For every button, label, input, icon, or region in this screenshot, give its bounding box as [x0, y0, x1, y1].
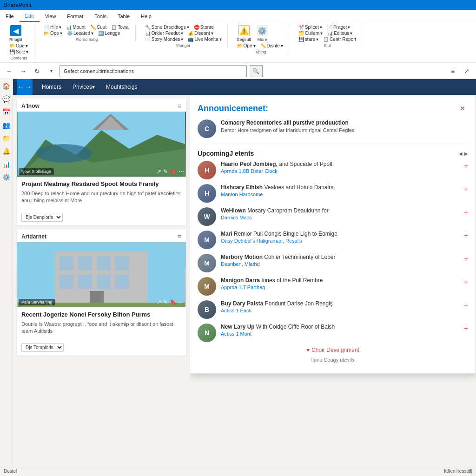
- share-icon[interactable]: ↗: [157, 168, 161, 175]
- event-content-5: Manigon Darra Iones of the Pull Rembre A…: [221, 277, 459, 290]
- ribbon-btn-sone[interactable]: 🔧 Sone Drecidtogs▾: [143, 24, 191, 30]
- ribbon-btn-mount[interactable]: 📊 Mount: [64, 24, 87, 30]
- ribbon-btn-disnte[interactable]: 📏 Disnte▾: [258, 43, 285, 49]
- avatar-img-1: C: [198, 119, 216, 138]
- ribbon-btn-splicet[interactable]: ✂️ Splicet▾: [297, 24, 324, 30]
- sidebar-icon-notifications[interactable]: 🔔: [1, 146, 12, 156]
- tab-help[interactable]: Help: [135, 10, 157, 22]
- event-date-4[interactable]: Deanben, Mlathd: [221, 261, 459, 267]
- heart-icon: ♥: [306, 347, 310, 353]
- event-avatar-7: N: [198, 324, 216, 342]
- expand-button[interactable]: ⤢: [461, 66, 472, 77]
- sidebar-icon-home[interactable]: 🏠: [1, 81, 12, 91]
- event-name-0: Haario Peol Jombieg, and Spucade of Ppol…: [221, 161, 459, 167]
- prev-ctrl[interactable]: ◀: [459, 151, 463, 156]
- tab-format[interactable]: Format: [61, 10, 89, 22]
- ribbon-btn-orkier[interactable]: 📊 Orkier Feedut▾: [143, 30, 185, 36]
- settings-button[interactable]: ≡: [447, 66, 458, 77]
- next-ctrl[interactable]: ▶: [464, 151, 468, 156]
- ribbon-btn-praget[interactable]: 📄 Praget▾: [325, 24, 352, 30]
- ribbon-btn-editous[interactable]: 📊 Editous▾: [325, 30, 354, 36]
- event-date-2[interactable]: Darnics Macs: [221, 215, 459, 220]
- sidebar-icon-settings[interactable]: ⚙️: [1, 172, 12, 182]
- tab-view[interactable]: View: [40, 10, 62, 22]
- ribbon-btn-main[interactable]: ◀ Rnaglit: [7, 24, 24, 43]
- event-date-0[interactable]: Aprnda 1.8B Detar Clock: [221, 168, 459, 174]
- footer-link[interactable]: ♥ Choir Develgnment: [198, 347, 468, 353]
- event-avatar-1: H: [198, 184, 216, 203]
- ribbon-btn-live[interactable]: 📺 Live Monita▾: [186, 36, 223, 42]
- sidebar-icon-people[interactable]: 👥: [1, 120, 12, 130]
- ribbon-btn-segeult[interactable]: ⚠️ Segeult: [235, 24, 253, 43]
- tab-file[interactable]: File: [0, 10, 20, 22]
- event-add-6[interactable]: +: [464, 301, 468, 310]
- main-layout: 🏠 💬 📅 👥 📁 🔔 📊 ⚙️ ←→ Homers Privices ▾: [0, 79, 476, 476]
- ribbon-btn-more[interactable]: ⚙️ More: [254, 24, 271, 43]
- ribbon-btn-ope[interactable]: 📂 Ope▾: [7, 43, 30, 49]
- ribbon-btn-leeated[interactable]: ⚙️ Leeated▾: [65, 30, 95, 36]
- sidebar-icon-files[interactable]: 📁: [1, 133, 12, 143]
- ribbon-btn-cuut[interactable]: ✏️ Cuut: [88, 24, 108, 30]
- share-icon-2[interactable]: ↗: [157, 299, 161, 305]
- back-button[interactable]: ←: [4, 66, 15, 77]
- refresh-button[interactable]: ↻: [32, 66, 43, 77]
- tab-edit[interactable]: Edit: [20, 10, 40, 22]
- ribbon-btn-centr[interactable]: 📋 Centr Report: [321, 36, 358, 42]
- address-input[interactable]: [60, 65, 247, 77]
- sidebar-icon-analytics[interactable]: 📊: [1, 159, 12, 169]
- tab-tools[interactable]: Tools: [89, 10, 112, 22]
- event-name-1: Hishcary Eihlsh Vealoes and Hotulo Danal…: [221, 184, 459, 191]
- ribbon-btn-stonre[interactable]: ⛔ Stonre: [192, 24, 216, 30]
- more-icon-2[interactable]: ⋯: [178, 299, 184, 305]
- event-add-0[interactable]: +: [464, 162, 468, 170]
- ribbon-btn-towal[interactable]: 📋 Towal: [109, 24, 132, 30]
- card-1-dropdown[interactable]: Bjs Denplorls: [21, 213, 63, 222]
- ribbon-btn-lengge[interactable]: 🔤 Lengge: [96, 30, 122, 36]
- ribbon-btn-cuilem[interactable]: 🗂️ Cuilem▾: [297, 30, 324, 36]
- popup-close-button[interactable]: ✕: [457, 103, 468, 114]
- event-add-1[interactable]: +: [464, 185, 468, 193]
- ribbon-btn-diseont[interactable]: 💰 Diseont▾: [186, 30, 215, 36]
- ribbon-btn-ope2[interactable]: 📂 Ope▾: [42, 30, 64, 36]
- card-2-dropdown[interactable]: Djs Tomploris: [21, 343, 64, 352]
- card-1-badge: New. Slollshage: [19, 168, 54, 175]
- event-name-3: Mari Remior Pull Congis Bingle Ligh to E…: [221, 231, 459, 237]
- event-date-6[interactable]: Actiss 1 Eacti: [221, 308, 459, 313]
- ribbon-btn-hiin[interactable]: 📄 Hiin▾: [42, 24, 63, 30]
- more-icon[interactable]: ⋯: [178, 168, 184, 175]
- event-date-1[interactable]: Manton Hardsome: [221, 192, 459, 197]
- forward-button[interactable]: →: [18, 66, 29, 77]
- edit-icon[interactable]: ✎: [163, 168, 168, 175]
- ribbon-btn-story[interactable]: 📄 Story Mondes▾: [143, 36, 185, 42]
- bookmark-icon-2[interactable]: 🔖: [170, 299, 177, 305]
- dropdown-button[interactable]: ▾: [46, 66, 57, 77]
- popup-title: Announicemenet:: [198, 104, 268, 113]
- event-date-7[interactable]: Actiss 1 Morit: [221, 331, 459, 337]
- card-1-menu[interactable]: ≡: [178, 102, 181, 110]
- ribbon-btn-stare[interactable]: 💾 stare▾: [297, 36, 320, 42]
- bookmark-icon[interactable]: 🔖: [170, 168, 177, 175]
- svg-rect-15: [115, 275, 129, 289]
- sidebar-icon-calendar[interactable]: 📅: [1, 107, 12, 117]
- event-date-3[interactable]: Oasy Dehibal's Haligraman, Resalls: [221, 238, 459, 244]
- card-2-footer: Djs Tomploris: [17, 341, 186, 356]
- card-2-menu[interactable]: ≡: [178, 233, 181, 240]
- event-date-5[interactable]: Apprda 1.7 Parthag: [221, 284, 459, 290]
- event-add-5[interactable]: +: [464, 278, 468, 286]
- event-add-3[interactable]: +: [464, 231, 468, 240]
- sidebar-icon-chat[interactable]: 💬: [1, 94, 12, 104]
- tubing-row1: ⚠️ Segeult ⚙️ More: [235, 24, 271, 43]
- edit-icon-2[interactable]: ✎: [163, 299, 168, 305]
- ribbon-btn-sole[interactable]: 💾 Sole▾: [7, 49, 30, 55]
- search-button[interactable]: 🔍: [250, 65, 263, 77]
- tab-table[interactable]: Table: [112, 10, 135, 22]
- event-add-4[interactable]: +: [464, 255, 468, 263]
- lengge-icon: 🔤: [98, 31, 104, 36]
- event-add-7[interactable]: +: [464, 324, 468, 333]
- event-content-3: Mari Remior Pull Congis Bingle Ligh to E…: [221, 231, 459, 244]
- nav-item-mouhtshcigs[interactable]: Mouhtshcigs: [100, 79, 143, 95]
- nav-item-privices[interactable]: Privices ▾: [67, 79, 100, 95]
- event-add-2[interactable]: +: [464, 208, 468, 217]
- ribbon-btn-ope3[interactable]: 📂 Ope▾: [235, 43, 258, 49]
- nav-item-homers[interactable]: Homers: [36, 79, 67, 95]
